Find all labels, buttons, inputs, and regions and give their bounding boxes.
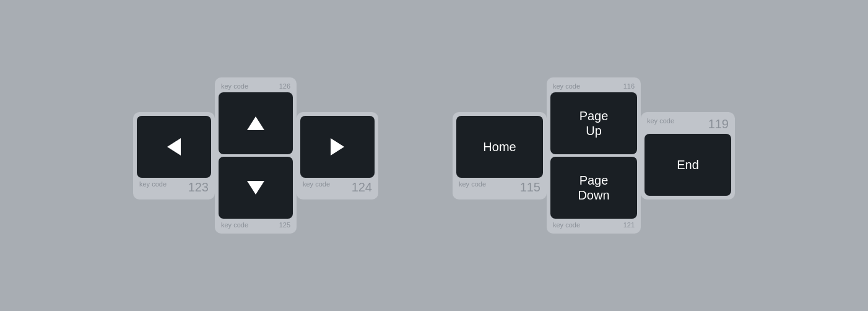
left-key-code-number: 123 (188, 180, 209, 195)
up-down-key-cell: key code 126 key code 125 (215, 77, 297, 234)
home-key-label: key code 115 (456, 178, 543, 196)
end-label: End (677, 157, 699, 172)
down-key-label: key code 125 (219, 219, 293, 230)
down-arrow-icon (247, 181, 264, 195)
left-key-code-text: key code (139, 180, 167, 195)
pgupdown-key-cell: key code 116 Page Up Page Down (547, 77, 641, 234)
home-key-cell: Home key code 115 (453, 112, 547, 199)
end-key-code-number: 119 (708, 117, 729, 131)
left-arrow-button[interactable] (137, 116, 211, 178)
page-up-line2: Up (586, 124, 602, 138)
arrow-keys-group: key code 123 key code 126 (133, 77, 378, 234)
page-up-button[interactable]: Page Up (550, 92, 637, 154)
page-down-label: key code 121 (550, 219, 637, 230)
left-arrow-icon (167, 138, 181, 156)
right-key-label: key code 124 (300, 178, 375, 196)
end-key-label-top: key code 119 (644, 116, 731, 134)
page-down-button[interactable]: Page Down (550, 157, 637, 219)
up-arrow-button[interactable] (219, 92, 293, 154)
down-key-code-number: 125 (279, 221, 290, 229)
page-up-code-number: 116 (623, 82, 635, 90)
page-down-line2: Down (578, 188, 609, 202)
left-key-label: key code 123 (137, 178, 211, 196)
down-arrow-button[interactable] (219, 157, 293, 219)
left-arrow-key-cell: key code 123 (133, 112, 215, 199)
up-arrow-icon (247, 116, 264, 130)
right-key-code-text: key code (303, 180, 330, 195)
home-button[interactable]: Home (456, 116, 543, 178)
home-label: Home (483, 139, 516, 154)
page-up-section: key code 116 Page Up (550, 81, 637, 154)
end-key-cell: key code 119 End (641, 112, 735, 199)
right-arrow-icon (331, 138, 344, 156)
right-arrow-button[interactable] (300, 116, 375, 178)
page-down-code-text: key code (553, 221, 580, 229)
home-key-code-number: 115 (520, 180, 540, 195)
page-down-section: Page Down key code 121 (550, 157, 637, 230)
page-up-line1: Page (579, 109, 609, 123)
page-down-text: Page Down (578, 173, 609, 203)
page-down-line1: Page (579, 173, 609, 187)
page-up-code-text: key code (553, 82, 580, 90)
right-arrow-key-cell: key code 124 (297, 112, 378, 199)
nav-keys-group: Home key code 115 key code 116 Page Up (453, 77, 735, 234)
down-key-code-text: key code (221, 221, 248, 229)
page-up-text: Page Up (579, 108, 609, 138)
up-key-code-text: key code (221, 82, 248, 90)
right-key-code-number: 124 (352, 180, 372, 195)
page-down-code-number: 121 (623, 221, 635, 229)
end-button[interactable]: End (644, 134, 731, 196)
down-key-section: key code 125 (219, 157, 293, 230)
up-key-code-number: 126 (279, 82, 290, 90)
up-key-section: key code 126 (219, 81, 293, 154)
page-up-label: key code 116 (550, 81, 637, 92)
up-key-label: key code 126 (219, 81, 293, 92)
keyboard-layout: key code 123 key code 126 (133, 77, 735, 234)
end-key-code-text: key code (647, 117, 674, 131)
home-key-code-text: key code (459, 180, 486, 195)
